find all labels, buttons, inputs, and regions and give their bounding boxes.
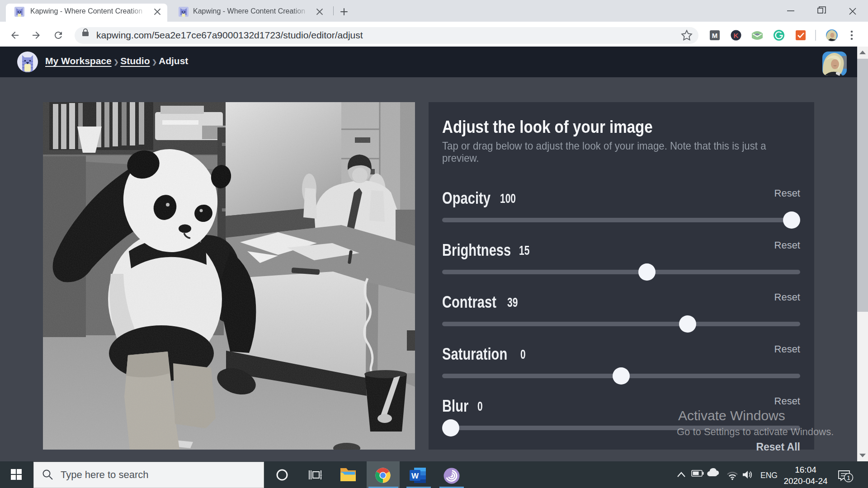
- svg-text:K: K: [734, 32, 739, 39]
- svg-text:M: M: [712, 32, 718, 39]
- svg-text:W: W: [411, 472, 419, 480]
- svg-text:1: 1: [847, 474, 850, 481]
